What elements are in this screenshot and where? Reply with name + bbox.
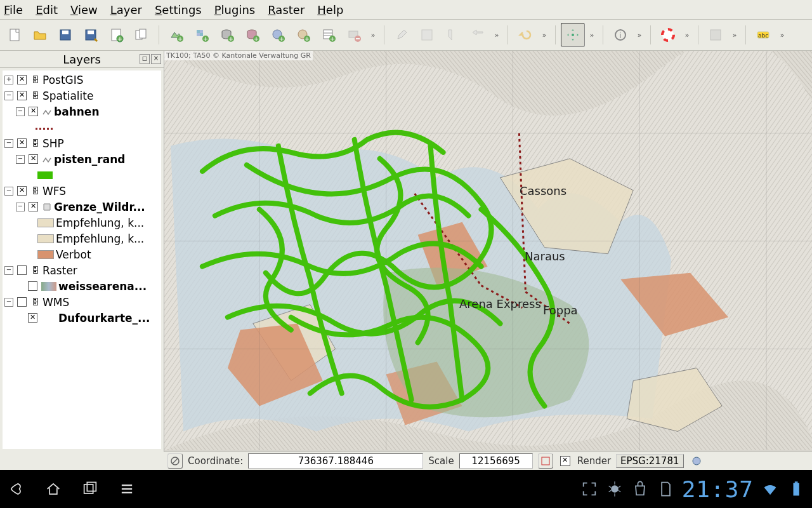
layer-label: weissearena... (58, 280, 147, 293)
layer-group-wfs[interactable]: −✕ 🗄 WFS (3, 183, 161, 199)
layer-pisten-symbol[interactable] (3, 167, 161, 183)
svg-rect-14 (197, 33, 200, 36)
menu-raster[interactable]: Raster (268, 3, 304, 17)
layer-tree[interactable]: +✕ 🗄 PostGIS −✕ 🗄 Spatialite −✕ bahnen (3, 70, 161, 449)
scale-label: Scale (428, 455, 454, 467)
layer-group-spatialite[interactable]: −✕ 🗄 Spatialite (3, 88, 161, 104)
stop-render-button[interactable] (167, 453, 183, 469)
add-wms-button[interactable]: + (266, 23, 290, 47)
save-project-button[interactable] (53, 23, 77, 47)
svg-rect-77 (795, 481, 798, 483)
layer-label: Empfehlung, k... (56, 232, 144, 245)
map-attribution: TK100; TA50 © Kantonale Verwaltung GR (164, 51, 313, 60)
recent-apps-button[interactable] (81, 480, 99, 498)
layer-group-raster[interactable]: − 🗄 Raster (3, 262, 161, 278)
fullscreen-icon[interactable] (580, 480, 598, 498)
edit-toggle-button[interactable] (390, 23, 414, 47)
labels-button[interactable]: abc (751, 23, 775, 47)
layer-weissearena[interactable]: weissearena... (3, 278, 161, 294)
layer-group-shp[interactable]: −✕ 🗄 SHP (3, 135, 161, 151)
layer-group-postgis[interactable]: +✕ 🗄 PostGIS (3, 72, 161, 88)
layer-pisten[interactable]: −✕ pisten_rand (3, 151, 161, 167)
map-label-cassons: Cassons (520, 184, 566, 197)
add-feature-button[interactable] (440, 23, 464, 47)
undo-button[interactable] (513, 23, 537, 47)
coord-label: Coordinate: (188, 455, 243, 467)
db-icon: 🗄 (30, 265, 41, 276)
layer-label: PostGIS (43, 74, 84, 86)
color-swatch (37, 250, 54, 259)
toolbar-overflow-6[interactable]: » (681, 31, 693, 39)
svg-text:+: + (254, 36, 259, 43)
home-button[interactable] (44, 480, 62, 498)
identify-button[interactable]: i (608, 23, 632, 47)
layer-dufour[interactable]: ✕ Dufourkarte_... (3, 310, 161, 326)
svg-text:+: + (203, 36, 208, 43)
help-button[interactable] (656, 23, 680, 47)
layer-grenze[interactable]: −✕ Grenze_Wildr... (3, 199, 161, 215)
menu-plugins[interactable]: Plugins (214, 3, 255, 17)
svg-rect-43 (710, 30, 721, 40)
save-as-button[interactable] (79, 23, 103, 47)
svg-rect-76 (794, 483, 799, 496)
layer-group-wms[interactable]: − 🗄 WMS (3, 294, 161, 310)
toolbar-overflow-2[interactable]: » (491, 31, 502, 39)
back-button[interactable] (8, 480, 25, 498)
layer-empf1[interactable]: Empfehlung, k... (3, 215, 161, 231)
menu-button[interactable] (118, 480, 136, 498)
toggle-extents-button[interactable] (538, 453, 553, 469)
toolbar-overflow-4[interactable]: » (586, 31, 598, 39)
panel-undock-button[interactable]: ◻ (140, 54, 150, 64)
svg-rect-38 (422, 30, 432, 40)
scale-input[interactable] (459, 453, 533, 469)
add-vector-button[interactable]: + (164, 23, 188, 47)
toolbar-overflow-8[interactable]: » (776, 31, 788, 39)
layer-label: SHP (43, 137, 64, 150)
add-spatialite-button[interactable]: + (240, 23, 265, 47)
db-icon: 🗄 (30, 91, 41, 101)
menu-settings[interactable]: Settings (155, 3, 202, 17)
layer-bahnen[interactable]: −✕ bahnen (3, 104, 161, 119)
toolbar-overflow-5[interactable]: » (634, 31, 645, 39)
crs-picker-button[interactable] (689, 453, 704, 469)
pan-button[interactable] (561, 23, 585, 47)
add-csv-button[interactable]: + (317, 23, 341, 47)
georef-button[interactable] (704, 23, 728, 47)
menubar: File Edit View Layer Settings Plugins Ra… (0, 0, 812, 20)
svg-line-75 (618, 490, 620, 491)
save-edits-button[interactable] (415, 23, 439, 47)
map-canvas[interactable]: TK100; TA50 © Kantonale Verwaltung GR Ca… (164, 51, 812, 451)
remove-layer-button[interactable] (342, 23, 366, 47)
new-composer-button[interactable]: + (104, 23, 128, 47)
svg-rect-4 (88, 30, 94, 34)
polygon-layer-icon (42, 202, 52, 212)
layer-empf2[interactable]: Empfehlung, k... (3, 231, 161, 246)
render-checkbox[interactable]: ✕ (560, 456, 570, 466)
menu-help[interactable]: Help (317, 3, 343, 17)
menu-edit[interactable]: Edit (36, 3, 58, 17)
svg-text:abc: abc (758, 32, 768, 39)
add-raster-button[interactable]: + (190, 23, 214, 47)
svg-text:+: + (304, 36, 310, 43)
add-postgis-button[interactable]: + (215, 23, 239, 47)
svg-rect-0 (10, 29, 19, 41)
svg-text:+: + (279, 36, 284, 43)
toolbar-overflow-7[interactable]: » (729, 31, 740, 39)
crs-button[interactable]: EPSG:21781 (616, 454, 683, 468)
menu-file[interactable]: File (4, 3, 23, 17)
svg-point-69 (611, 485, 619, 493)
new-project-button[interactable] (3, 23, 27, 47)
shop-icon (631, 480, 649, 498)
menu-view[interactable]: View (70, 3, 98, 17)
toolbar-overflow-3[interactable]: » (539, 31, 550, 39)
composer-manager-button[interactable] (129, 23, 154, 47)
add-wfs-button[interactable]: + (291, 23, 315, 47)
open-project-button[interactable] (28, 23, 52, 47)
menu-layer[interactable]: Layer (110, 3, 142, 17)
coord-input[interactable] (248, 453, 423, 469)
toolbar-overflow-1[interactable]: » (367, 31, 379, 39)
panel-close-button[interactable]: × (151, 54, 161, 64)
layer-verbot[interactable]: Verbot (3, 246, 161, 262)
move-feature-button[interactable] (466, 23, 490, 47)
layer-bahnen-symbol[interactable] (3, 119, 161, 135)
